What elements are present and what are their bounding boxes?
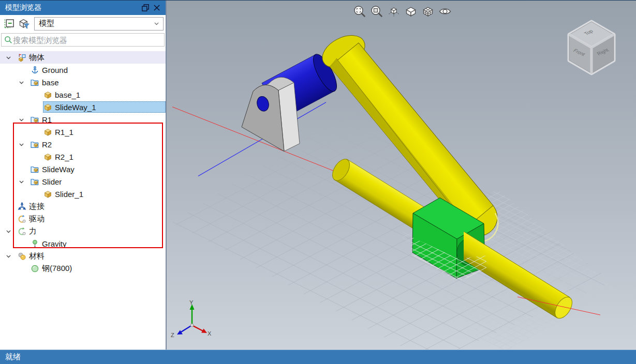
- scene-canvas[interactable]: Top Front Right Y X Z: [167, 1, 636, 350]
- drivers-icon: [18, 215, 26, 223]
- folder-cube-icon: [31, 140, 39, 149]
- chevron-down-icon[interactable]: [4, 54, 12, 61]
- sectioned-cube-icon: [421, 5, 435, 18]
- tree-item-slideway-1[interactable]: SlideWay_1: [0, 101, 166, 113]
- filter-button[interactable]: [17, 17, 31, 31]
- chevron-down-icon[interactable]: [17, 116, 25, 123]
- float-icon: [141, 3, 150, 12]
- tree-item-content: R1_1: [43, 126, 166, 138]
- bodies-icon: [18, 53, 26, 62]
- collapse-all-button[interactable]: [2, 17, 16, 31]
- tree-item-gravity[interactable]: Gravity: [0, 237, 166, 250]
- tree-item-forces[interactable]: 力: [0, 225, 166, 237]
- tree-item-label: Slider: [42, 177, 62, 186]
- tree-item-base-1[interactable]: base_1: [0, 88, 166, 101]
- tree-item-content: 钢(7800): [30, 263, 166, 274]
- chevron-down-icon[interactable]: [17, 79, 25, 86]
- visibility-button[interactable]: [438, 5, 452, 18]
- tree-item-joints[interactable]: 连接: [0, 200, 166, 213]
- tree-item-content: R2_1: [43, 151, 166, 162]
- tree-item-slider-1[interactable]: Slider_1: [0, 188, 166, 200]
- tree-item-label: SlideWay_1: [55, 103, 96, 112]
- tree-item-content: SlideWay: [30, 163, 166, 175]
- search-input[interactable]: [13, 36, 162, 44]
- tree-item-steel-7800[interactable]: 钢(7800): [0, 262, 166, 275]
- dropdown-value: 模型: [39, 19, 153, 28]
- viewport-3d[interactable]: Top Front Right Y X Z: [167, 1, 636, 350]
- tree-item-content: R2: [30, 139, 166, 150]
- zoom-window-button[interactable]: [370, 5, 383, 18]
- shaded-cube-icon: [404, 5, 418, 18]
- chevron-down-icon[interactable]: [4, 228, 12, 235]
- cube-icon: [43, 103, 52, 112]
- chevron-down-icon[interactable]: [4, 253, 12, 260]
- origin-cube-icon: [387, 5, 401, 18]
- panel-titlebar[interactable]: 模型浏览器: [0, 1, 166, 15]
- float-panel-button[interactable]: [140, 2, 151, 13]
- tree-item-content: Ground: [30, 64, 166, 75]
- search-row: [0, 32, 166, 48]
- chevron-down-icon: [153, 20, 160, 27]
- tree-item-content: 力: [17, 225, 166, 237]
- tree-item-content: 连接: [17, 201, 166, 212]
- zoom-extents-icon: [353, 5, 366, 18]
- sectioned-cube-button[interactable]: [421, 5, 435, 18]
- model-browser-panel: 模型浏览器: [0, 1, 167, 350]
- tree-item-group-r1[interactable]: R1: [0, 113, 166, 126]
- tree-item-materials[interactable]: 材料: [0, 250, 166, 262]
- tree-item-label: 材料: [29, 251, 45, 261]
- gravity-icon: [31, 239, 39, 248]
- viewport-toolbar: [353, 5, 452, 18]
- tree-item-label: base_1: [55, 90, 80, 99]
- tree-item-content: Slider: [30, 176, 166, 187]
- steel-icon: [31, 264, 39, 273]
- shaded-cube-button[interactable]: [404, 5, 418, 18]
- zoom-extents-button[interactable]: [353, 5, 366, 18]
- nav-cube[interactable]: Top Front Right: [569, 22, 614, 73]
- model-filter-dropdown[interactable]: 模型: [34, 17, 164, 31]
- folder-cube-icon: [31, 177, 39, 186]
- close-icon: [152, 3, 161, 12]
- tree-item-bodies[interactable]: 物体: [0, 51, 166, 64]
- forces-icon: [18, 227, 26, 236]
- collapse-all-icon: [3, 18, 15, 29]
- tree-item-r1-1[interactable]: R1_1: [0, 126, 166, 138]
- tree-item-content: Gravity: [30, 238, 166, 249]
- chevron-down-icon[interactable]: [17, 178, 25, 185]
- origin-cube-button[interactable]: [387, 5, 401, 18]
- tree-item-group-slider[interactable]: Slider: [0, 175, 166, 188]
- tree-item-content: SlideWay_1: [43, 101, 166, 113]
- cube-icon: [43, 190, 52, 199]
- triad-label-z: Z: [171, 332, 174, 338]
- cube-icon: [43, 128, 52, 136]
- tree-item-content: R1: [30, 114, 166, 125]
- visibility-eye-icon: [438, 5, 452, 18]
- cube-icon: [43, 90, 52, 99]
- tree-item-group-slideway[interactable]: SlideWay: [0, 163, 166, 175]
- search-box[interactable]: [1, 33, 165, 47]
- filter-cube-icon: [18, 18, 30, 29]
- tree-item-drivers[interactable]: 驱动: [0, 213, 166, 225]
- materials-icon: [18, 252, 26, 261]
- search-icon: [4, 35, 13, 44]
- folder-cube-icon: [31, 78, 39, 87]
- cube-icon: [43, 153, 52, 161]
- tree-item-label: R1: [42, 115, 52, 124]
- tree-item-label: Ground: [42, 66, 68, 74]
- ground-icon: [31, 66, 39, 74]
- status-bar: 就绪: [0, 350, 636, 364]
- tree-item-label: SlideWay: [42, 165, 75, 174]
- close-panel-button[interactable]: [151, 2, 162, 13]
- tree-item-group-r2[interactable]: R2: [0, 138, 166, 150]
- tree-item-label: R1_1: [55, 128, 73, 136]
- tree-item-content: Slider_1: [43, 188, 166, 200]
- tree-item-group-base[interactable]: base: [0, 76, 166, 88]
- chevron-down-icon[interactable]: [17, 141, 25, 148]
- tree-item-label: 驱动: [29, 214, 45, 224]
- tree-item-content: 材料: [17, 250, 166, 262]
- tree-item-label: R2: [42, 140, 52, 149]
- tree-item-r2-1[interactable]: R2_1: [0, 150, 166, 163]
- tree-item-ground[interactable]: Ground: [0, 64, 166, 76]
- tree-item-content: base_1: [43, 89, 166, 100]
- panel-title: 模型浏览器: [5, 3, 140, 12]
